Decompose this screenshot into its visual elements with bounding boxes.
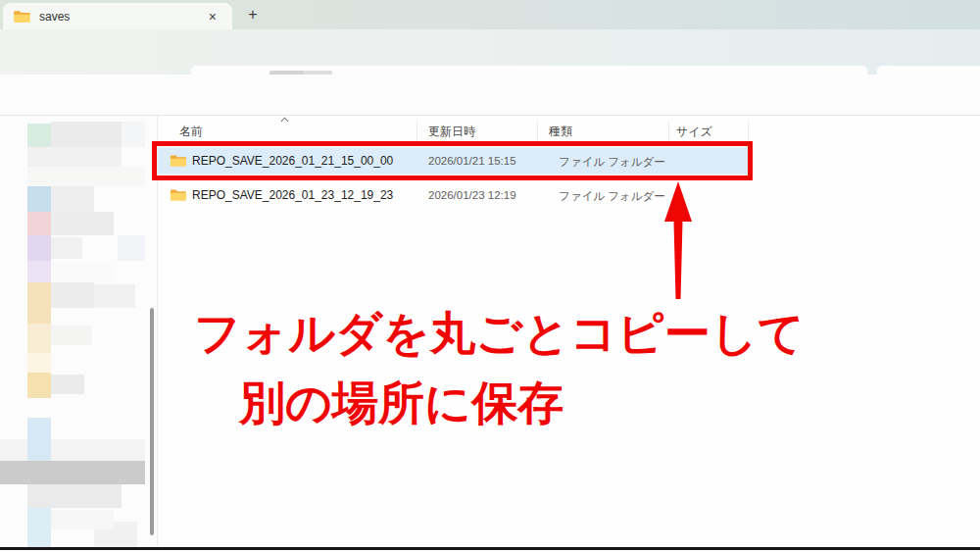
sidebar-blurred-block (27, 282, 51, 324)
navigation-bar: ← → ↑ ⋯ AppData LocalLow semiwork Repo (0, 29, 980, 75)
table-row[interactable]: REPO_SAVE_2026_01_23_12_19_23 (170, 185, 393, 205)
sidebar-blurred-block (51, 186, 94, 212)
file-name: REPO_SAVE_2026_01_23_12_19_23 (192, 188, 393, 202)
sidebar-blurred-block (27, 508, 51, 547)
sidebar-nav-pane-censored (0, 116, 157, 546)
sidebar-blurred-block (122, 122, 145, 147)
folder-icon (170, 188, 186, 202)
sidebar-blurred-block (51, 212, 114, 235)
column-header-name[interactable]: 名前 (179, 124, 203, 140)
file-modified: 2026/01/23 12:19 (428, 189, 516, 201)
sidebar-blurred-block (51, 375, 84, 394)
sidebar-blurred-block (27, 324, 51, 353)
sidebar-blurred-block (51, 237, 82, 259)
sidebar-blurred-block (27, 373, 51, 398)
sidebar-blurred-block (94, 284, 135, 308)
column-header-modified[interactable]: 更新日時 (428, 124, 475, 140)
sidebar-blurred-block (51, 122, 122, 147)
sidebar-blurred-block (0, 461, 145, 484)
tab-title: saves (39, 10, 70, 24)
command-bar: 新規作成 (0, 75, 980, 116)
sidebar-blurred-block (27, 124, 51, 147)
sidebar-blurred-block (27, 186, 51, 212)
column-separator[interactable] (748, 121, 749, 142)
sidebar-blurred-block (51, 510, 114, 529)
annotation-text-line2: 別の場所に保存 (239, 376, 564, 429)
sidebar-scrollbar[interactable] (150, 308, 154, 535)
sidebar-blurred-block (51, 282, 94, 308)
folder-icon (13, 10, 30, 24)
sort-ascending-icon (280, 117, 289, 123)
sidebar-blurred-block (27, 147, 122, 167)
file-explorer-window: saves × + ← → ↑ ⋯ AppData LocalLow (0, 0, 980, 552)
tab-bar: saves × + (0, 0, 980, 29)
annotation-highlight-box (152, 141, 753, 180)
sidebar-blurred-block (51, 326, 92, 345)
column-separator[interactable] (416, 121, 417, 142)
sidebar-blurred-block (27, 484, 122, 508)
sidebar-blurred-block (118, 235, 145, 261)
sidebar-blurred-block (27, 353, 51, 373)
tab-saves[interactable]: saves × (3, 3, 232, 29)
sidebar-blurred-block (27, 418, 51, 461)
sidebar-blurred-block (51, 263, 114, 282)
column-separator[interactable] (537, 121, 538, 142)
sidebar-blurred-block (27, 261, 51, 282)
annotation-text-line1: フォルダを丸ごとコピーして (194, 307, 805, 360)
annotation-arrow-up-icon (645, 180, 713, 304)
column-header-type[interactable]: 種類 (549, 124, 572, 140)
column-separator[interactable] (668, 121, 669, 142)
sidebar-blurred-block (27, 235, 51, 261)
sidebar-blurred-block (27, 167, 145, 186)
tab-close-icon[interactable]: × (203, 8, 222, 25)
new-tab-button[interactable]: + (241, 4, 265, 26)
sidebar-blurred-block (0, 439, 145, 461)
sidebar-blurred-block (27, 212, 51, 235)
window-bottom-edge (0, 547, 980, 550)
column-header-size[interactable]: サイズ (676, 124, 712, 140)
